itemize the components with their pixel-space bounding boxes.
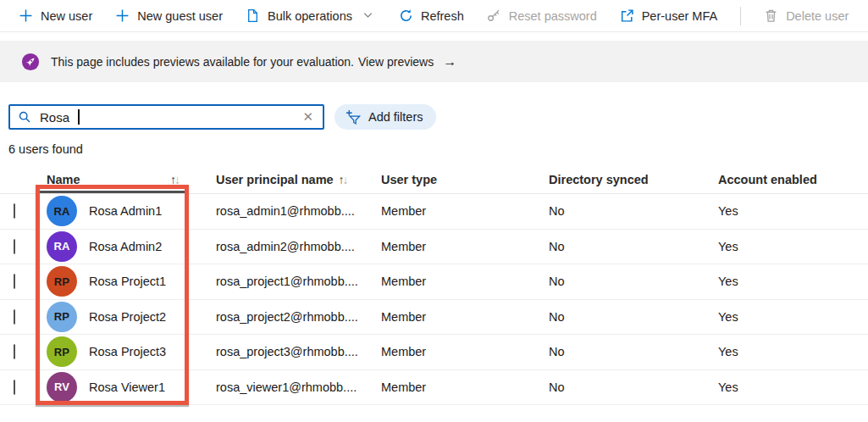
user-name[interactable]: Rosa Viewer1: [89, 380, 216, 394]
avatar: RP: [47, 302, 77, 332]
account-enabled: Yes: [718, 380, 868, 394]
preview-banner: This page includes previews available fo…: [0, 41, 868, 82]
reset-password-label: Reset password: [509, 9, 597, 23]
table-row[interactable]: RP Rosa Project3 rosa_project3@rhmobb...…: [0, 335, 868, 370]
document-icon: [246, 8, 260, 23]
directory-synced: No: [549, 240, 718, 253]
per-user-mfa-label: Per-user MFA: [642, 9, 717, 23]
row-checkbox[interactable]: [14, 239, 15, 254]
directory-synced: No: [549, 380, 718, 394]
arrow-right-icon[interactable]: →: [443, 54, 456, 69]
table-body: RA Rosa Admin1 rosa_admin1@rhmobb.... Me…: [0, 194, 868, 405]
refresh-icon: [399, 8, 413, 23]
account-enabled: Yes: [718, 240, 868, 253]
table-row[interactable]: RA Rosa Admin1 rosa_admin1@rhmobb.... Me…: [0, 194, 868, 230]
table-row[interactable]: RA Rosa Admin2 rosa_admin2@rhmobb.... Me…: [0, 230, 868, 265]
banner-message: This page includes previews available fo…: [51, 55, 354, 69]
key-icon: [487, 8, 501, 23]
plus-icon: [115, 8, 130, 23]
row-checkbox[interactable]: [14, 274, 15, 289]
search-value: Rosa: [40, 110, 69, 125]
column-header-user-type[interactable]: User type: [381, 173, 549, 186]
new-guest-user-button[interactable]: New guest user: [115, 8, 223, 23]
user-principal-name: rosa_viewer1@rhmobb....: [216, 380, 381, 394]
user-name[interactable]: Rosa Project2: [89, 310, 216, 324]
command-bar: New user New guest user Bulk operations …: [0, 0, 868, 32]
new-user-button[interactable]: New user: [19, 8, 92, 23]
row-checkbox[interactable]: [14, 344, 15, 359]
view-previews-link[interactable]: View previews: [358, 55, 434, 69]
account-enabled: Yes: [718, 310, 868, 324]
toolbar-divider: [740, 7, 741, 25]
text-cursor: [78, 109, 80, 125]
search-row: Rosa ✕ Add filters: [8, 104, 868, 130]
directory-synced: No: [549, 310, 718, 324]
delete-user-button[interactable]: Delete user: [764, 8, 849, 23]
table-row[interactable]: RV Rosa Viewer1 rosa_viewer1@rhmobb.... …: [0, 370, 868, 406]
avatar: RP: [47, 266, 77, 297]
row-checkbox[interactable]: [14, 203, 15, 219]
delete-user-label: Delete user: [786, 9, 849, 23]
trash-icon: [764, 8, 778, 23]
new-user-label: New user: [41, 9, 92, 23]
row-checkbox[interactable]: [14, 380, 15, 395]
add-filter-icon: [346, 109, 362, 125]
user-type: Member: [381, 345, 549, 358]
bulk-operations-label: Bulk operations: [268, 9, 352, 23]
user-principal-name: rosa_admin1@rhmobb....: [216, 204, 381, 218]
user-principal-name: rosa_project1@rhmobb....: [216, 275, 381, 288]
user-name[interactable]: Rosa Admin1: [89, 204, 216, 218]
per-user-mfa-button[interactable]: Per-user MFA: [620, 8, 717, 23]
table-header: Name ↑↓ User principal name ↑↓ User type…: [0, 165, 868, 194]
avatar: RP: [47, 336, 77, 367]
table-row[interactable]: RP Rosa Project2 rosa_project2@rhmobb...…: [0, 300, 868, 336]
sort-arrows-icon: ↑↓: [170, 173, 179, 186]
user-name[interactable]: Rosa Admin2: [89, 240, 216, 253]
sort-arrows-icon: ↑↓: [339, 173, 347, 186]
user-type: Member: [381, 204, 549, 218]
user-type: Member: [381, 240, 549, 253]
user-principal-name: rosa_project2@rhmobb....: [216, 310, 381, 324]
column-header-directory-synced[interactable]: Directory synced: [549, 173, 718, 186]
new-guest-user-label: New guest user: [137, 9, 223, 23]
account-enabled: Yes: [718, 204, 868, 218]
avatar: RV: [47, 372, 77, 403]
user-type: Member: [381, 380, 549, 394]
user-type: Member: [381, 275, 549, 288]
avatar: RA: [47, 196, 77, 226]
column-header-name[interactable]: Name ↑↓: [47, 173, 216, 186]
chevron-down-icon: [362, 8, 376, 23]
user-name[interactable]: Rosa Project1: [89, 275, 216, 288]
users-table: Name ↑↓ User principal name ↑↓ User type…: [0, 165, 868, 405]
refresh-label: Refresh: [421, 9, 464, 23]
directory-synced: No: [549, 204, 718, 218]
table-row[interactable]: RP Rosa Project1 rosa_project1@rhmobb...…: [0, 264, 868, 300]
search-icon: [18, 110, 32, 125]
search-input[interactable]: Rosa ✕: [8, 104, 324, 130]
account-enabled: Yes: [718, 345, 868, 358]
user-name[interactable]: Rosa Project3: [89, 345, 216, 358]
directory-synced: No: [549, 275, 718, 288]
directory-synced: No: [549, 345, 718, 358]
banner-text: This page includes previews available fo…: [51, 54, 456, 69]
bulk-operations-button[interactable]: Bulk operations: [246, 8, 376, 23]
plus-icon: [19, 8, 33, 23]
user-principal-name: rosa_project3@rhmobb....: [216, 345, 381, 358]
reset-password-button[interactable]: Reset password: [487, 8, 597, 23]
external-link-icon: [620, 8, 634, 23]
add-filters-button[interactable]: Add filters: [334, 104, 436, 130]
results-count: 6 users found: [8, 142, 868, 156]
account-enabled: Yes: [718, 275, 868, 288]
clear-search-icon[interactable]: ✕: [301, 109, 315, 125]
add-filters-label: Add filters: [368, 110, 423, 124]
preview-rocket-icon: [21, 53, 40, 71]
user-type: Member: [381, 310, 549, 324]
user-principal-name: rosa_admin2@rhmobb....: [216, 240, 381, 253]
column-header-upn[interactable]: User principal name ↑↓: [216, 173, 381, 186]
row-checkbox[interactable]: [14, 309, 15, 325]
avatar: RA: [47, 231, 77, 262]
column-header-account-enabled[interactable]: Account enabled: [718, 173, 868, 186]
refresh-button[interactable]: Refresh: [399, 8, 464, 23]
